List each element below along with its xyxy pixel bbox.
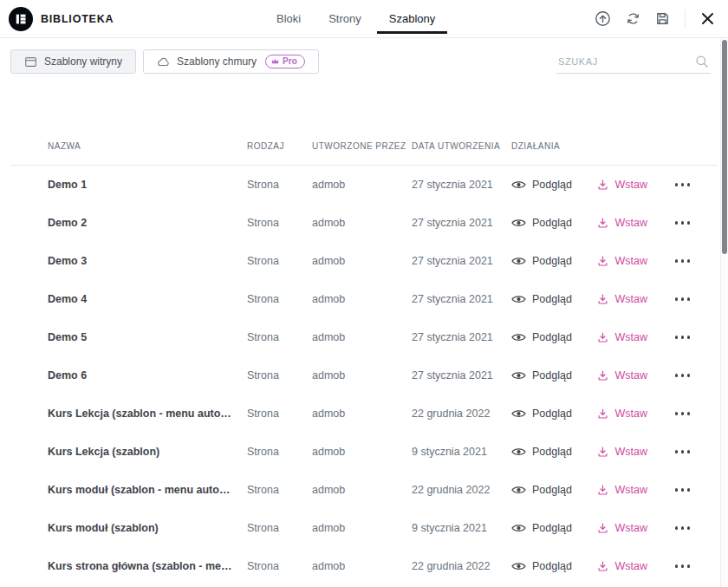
- row-actions: Podgląd Wstaw: [511, 254, 692, 268]
- insert-button[interactable]: Wstaw: [597, 446, 647, 458]
- preview-button[interactable]: Podgląd: [511, 560, 572, 572]
- preview-label: Podgląd: [532, 446, 572, 458]
- preview-button[interactable]: Podgląd: [511, 331, 572, 343]
- preview-button[interactable]: Podgląd: [511, 522, 572, 534]
- template-type: Strona: [247, 408, 312, 420]
- table-row: Kurs moduł (szablon) Strona admob 9 styc…: [10, 509, 718, 547]
- more-actions-button[interactable]: [673, 407, 692, 421]
- window-icon: [24, 55, 37, 68]
- more-actions-button[interactable]: [673, 178, 692, 192]
- insert-button[interactable]: Wstaw: [597, 179, 647, 191]
- row-actions: Podgląd Wstaw: [511, 216, 692, 230]
- sync-icon[interactable]: [626, 11, 640, 26]
- insert-button[interactable]: Wstaw: [597, 293, 647, 305]
- search-icon: [695, 55, 709, 72]
- brand: BIBLIOTEKA: [0, 7, 114, 31]
- scrollbar-thumb[interactable]: [722, 40, 727, 254]
- row-actions: Podgląd Wstaw: [511, 292, 692, 306]
- more-actions-button[interactable]: [673, 369, 692, 382]
- download-icon: [597, 179, 608, 191]
- insert-button[interactable]: Wstaw: [597, 369, 647, 382]
- upload-icon[interactable]: [595, 10, 611, 27]
- row-actions: Podgląd Wstaw: [511, 559, 692, 573]
- insert-button[interactable]: Wstaw: [597, 255, 647, 267]
- preview-button[interactable]: Podgląd: [511, 446, 572, 458]
- eye-icon: [511, 218, 526, 228]
- preview-button[interactable]: Podgląd: [511, 484, 572, 496]
- preview-button[interactable]: Podgląd: [511, 293, 572, 305]
- template-author: admob: [312, 293, 412, 305]
- tab-strony[interactable]: Strony: [315, 0, 375, 37]
- template-name: Kurs moduł (szablon): [48, 522, 247, 534]
- library-tabs: Bloki Strony Szablony: [263, 0, 449, 37]
- download-icon: [597, 369, 608, 382]
- column-header-date: Data utworzenia: [412, 141, 511, 151]
- preview-button[interactable]: Podgląd: [511, 255, 572, 267]
- table-row: Demo 5 Strona admob 27 stycznia 2021 Pod…: [10, 318, 718, 356]
- template-name: Demo 2: [48, 217, 247, 229]
- tab-bloki[interactable]: Bloki: [263, 0, 315, 37]
- insert-button[interactable]: Wstaw: [597, 522, 647, 534]
- crown-icon: [271, 58, 279, 65]
- cloud-templates-label: Szablony chmury: [177, 55, 257, 68]
- template-date: 27 stycznia 2021: [412, 217, 511, 229]
- cloud-templates-button[interactable]: Szablony chmury Pro: [143, 49, 319, 74]
- template-name: Kurs Lekcja (szablon - menu automatycz…: [48, 408, 247, 420]
- preview-button[interactable]: Podgląd: [511, 408, 572, 420]
- preview-label: Podgląd: [532, 522, 572, 534]
- column-header-author: Utworzone przez: [312, 141, 412, 151]
- more-actions-button[interactable]: [673, 559, 692, 573]
- template-author: admob: [312, 217, 412, 229]
- template-name: Kurs Lekcja (szablon): [48, 446, 247, 458]
- more-actions-button[interactable]: [673, 521, 692, 535]
- row-actions: Podgląd Wstaw: [511, 521, 692, 535]
- search-input[interactable]: [556, 49, 711, 74]
- template-type: Strona: [247, 522, 312, 534]
- more-actions-button[interactable]: [673, 445, 692, 459]
- more-actions-button[interactable]: [673, 216, 692, 230]
- insert-button[interactable]: Wstaw: [597, 217, 647, 229]
- template-name: Demo 4: [48, 293, 247, 305]
- more-actions-button[interactable]: [673, 330, 692, 344]
- more-actions-button[interactable]: [673, 483, 692, 497]
- library-top-bar: BIBLIOTEKA Bloki Strony Szablony: [0, 0, 728, 38]
- template-name: Demo 3: [48, 255, 247, 267]
- table-row: Demo 2 Strona admob 27 stycznia 2021 Pod…: [10, 204, 718, 242]
- preview-button[interactable]: Podgląd: [511, 217, 572, 229]
- cloud-icon: [157, 55, 170, 68]
- template-date: 22 grudnia 2022: [412, 408, 511, 420]
- save-icon[interactable]: [655, 11, 670, 26]
- template-author: admob: [312, 484, 412, 496]
- insert-button[interactable]: Wstaw: [597, 331, 647, 343]
- template-name: Demo 1: [48, 179, 247, 191]
- template-type: Strona: [247, 293, 312, 305]
- table-row: Demo 3 Strona admob 27 stycznia 2021 Pod…: [10, 242, 718, 280]
- table-row: Demo 6 Strona admob 27 stycznia 2021 Pod…: [10, 356, 718, 395]
- insert-button[interactable]: Wstaw: [597, 408, 647, 420]
- topbar-actions: [595, 10, 728, 29]
- close-icon[interactable]: [700, 11, 715, 26]
- insert-label: Wstaw: [614, 217, 647, 229]
- download-icon: [597, 522, 608, 534]
- site-templates-label: Szablony witryny: [44, 55, 122, 68]
- more-actions-button[interactable]: [673, 292, 692, 306]
- preview-button[interactable]: Podgląd: [511, 179, 572, 191]
- insert-label: Wstaw: [614, 484, 647, 496]
- insert-label: Wstaw: [614, 408, 647, 420]
- library-toolbar: Szablony witryny Szablony chmury Pro: [0, 38, 728, 74]
- insert-button[interactable]: Wstaw: [597, 560, 647, 572]
- site-templates-button[interactable]: Szablony witryny: [10, 49, 136, 74]
- preview-button[interactable]: Podgląd: [511, 369, 572, 382]
- insert-label: Wstaw: [614, 293, 647, 305]
- column-header-type: Rodzaj: [247, 141, 312, 151]
- tab-szablony[interactable]: Szablony: [375, 0, 449, 37]
- more-actions-button[interactable]: [673, 254, 692, 268]
- template-name: Kurs moduł (szablon - menu automatycz…: [48, 484, 247, 496]
- template-date: 27 stycznia 2021: [412, 369, 511, 382]
- vertical-scrollbar[interactable]: [720, 38, 728, 587]
- template-type: Strona: [247, 331, 312, 343]
- eye-icon: [511, 485, 526, 495]
- download-icon: [597, 217, 608, 229]
- insert-button[interactable]: Wstaw: [597, 484, 647, 496]
- template-name: Demo 6: [48, 369, 247, 382]
